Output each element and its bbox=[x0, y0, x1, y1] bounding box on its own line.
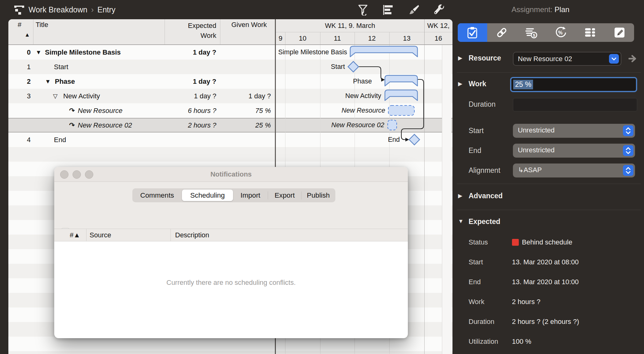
table-row-assignment-selected[interactable]: ↷ New Resource 02 2 hours ? 25 % bbox=[8, 118, 275, 132]
tab-edit-note[interactable] bbox=[605, 23, 634, 42]
row-title[interactable]: New Resource bbox=[78, 103, 122, 118]
expected-work-cell[interactable]: 2 hours ? bbox=[165, 118, 216, 132]
filter-funnel-icon[interactable] bbox=[357, 4, 370, 16]
dialog-titlebar[interactable]: Notifications bbox=[54, 167, 408, 182]
column-divider[interactable] bbox=[220, 19, 220, 44]
tab-comments[interactable]: Comments bbox=[132, 190, 182, 201]
stepper-button[interactable] bbox=[623, 125, 633, 136]
gantt-milestone-diamond[interactable] bbox=[409, 134, 420, 145]
cost-lines-dollar-icon: $ bbox=[525, 26, 538, 39]
table-row-assignment[interactable]: ↷ New Resource 6 hours ? 75 % bbox=[8, 103, 275, 118]
stepper-button[interactable] bbox=[623, 165, 633, 176]
expected-work-cell[interactable]: 6 hours ? bbox=[165, 103, 216, 118]
gantt-week-header: WK 11, 9. March bbox=[276, 19, 424, 32]
alignment-label: Alignment bbox=[469, 166, 500, 175]
table-row[interactable]: 1 Start bbox=[8, 60, 275, 74]
work-input-selected-text: 25 % bbox=[513, 80, 533, 89]
gantt-summary-bar[interactable] bbox=[385, 90, 417, 101]
dropdown-button[interactable] bbox=[609, 54, 619, 64]
work-input[interactable]: 25 % bbox=[510, 77, 637, 92]
gantt-assignment-bar[interactable] bbox=[388, 120, 397, 130]
tab-assignment-info[interactable] bbox=[458, 23, 487, 42]
end-constraint-popup[interactable]: Unrestricted bbox=[513, 144, 635, 158]
disclosure-triangle-icon[interactable]: ▶ bbox=[458, 192, 462, 199]
app-window: { "window": { "breadcrumb": {"root": "Wo… bbox=[0, 0, 644, 354]
notification-category-tabs: Comments Scheduling Import Export Publis… bbox=[132, 188, 335, 202]
expected-end-value: 13. Mar 2020 at 10:00 bbox=[512, 278, 579, 286]
row-title[interactable]: End bbox=[54, 132, 66, 147]
gantt-assignment-bar[interactable] bbox=[388, 105, 414, 115]
breadcrumb-current[interactable]: Entry bbox=[97, 5, 115, 14]
given-work-cell[interactable]: 25 % bbox=[220, 118, 271, 132]
column-divider[interactable] bbox=[165, 19, 165, 44]
row-title[interactable]: New Activity bbox=[63, 89, 100, 103]
gantt-bar-label: New Resource bbox=[342, 103, 385, 118]
stepper-button[interactable] bbox=[623, 145, 633, 156]
column-divider[interactable] bbox=[33, 19, 33, 44]
sort-ascending-icon[interactable]: ▲ bbox=[24, 32, 30, 38]
settings-wrench-icon[interactable] bbox=[433, 4, 446, 16]
row-title[interactable]: Phase bbox=[55, 74, 75, 89]
breadcrumb-root[interactable]: Work Breakdown bbox=[29, 5, 87, 14]
column-header-number[interactable]: #▲ bbox=[54, 229, 80, 241]
table-row[interactable]: 0 ▼ Simple Milestone Basis 1 day ? bbox=[8, 45, 275, 60]
disclosure-triangle-icon[interactable]: ▽ bbox=[53, 89, 58, 103]
column-divider bbox=[86, 229, 86, 241]
start-constraint-popup[interactable]: Unrestricted bbox=[513, 124, 635, 138]
table-row[interactable]: 4 End bbox=[8, 132, 275, 147]
tab-lanes[interactable] bbox=[575, 23, 605, 42]
tab-costs[interactable]: $ bbox=[517, 23, 546, 42]
link-icon bbox=[496, 26, 508, 39]
outline-list-icon[interactable] bbox=[382, 4, 395, 16]
breadcrumb: Work Breakdown›Entry bbox=[29, 0, 116, 19]
expected-work-cell[interactable]: 1 day ? bbox=[165, 45, 216, 60]
gantt-summary-bar[interactable] bbox=[385, 75, 417, 86]
tab-scheduling[interactable]: Scheduling bbox=[182, 190, 233, 201]
disclosure-triangle-icon[interactable]: ▶ bbox=[458, 80, 462, 87]
end-label: End bbox=[469, 146, 481, 155]
tab-publish[interactable]: Publish bbox=[302, 190, 335, 201]
disclosure-triangle-icon[interactable]: ▼ bbox=[36, 45, 42, 60]
gantt-day-header: 11 bbox=[320, 32, 355, 45]
duration-input[interactable] bbox=[513, 98, 637, 111]
pencil-square-icon bbox=[614, 27, 625, 38]
row-title[interactable]: New Resource 02 bbox=[78, 118, 132, 132]
alignment-popup[interactable]: ↳ASAP bbox=[513, 164, 635, 177]
status-color-swatch bbox=[512, 239, 519, 246]
expected-work-cell[interactable]: 1 day ? bbox=[165, 74, 216, 89]
gantt-day-header: 16 bbox=[424, 32, 452, 45]
inspector-panel: Assignment: Plan $ bbox=[454, 0, 644, 354]
tab-import[interactable]: Import bbox=[233, 190, 268, 201]
disclosure-triangle-icon[interactable]: ▼ bbox=[458, 218, 464, 225]
expected-work-cell[interactable]: 1 day ? bbox=[165, 89, 216, 103]
table-row[interactable]: 2 ▼ Phase 1 day ? bbox=[8, 74, 275, 89]
advanced-section-label[interactable]: Advanced bbox=[469, 192, 503, 200]
expected-section-label[interactable]: Expected bbox=[469, 217, 500, 226]
column-header-expected-work[interactable]: Expected Work bbox=[182, 21, 216, 41]
column-header-title[interactable]: Title bbox=[36, 21, 48, 29]
disclosure-triangle-icon[interactable]: ▶ bbox=[458, 55, 462, 61]
gantt-milestone-diamond[interactable] bbox=[348, 61, 359, 72]
dependency-arrow-icon bbox=[381, 78, 385, 82]
column-header-description[interactable]: Description bbox=[175, 229, 209, 241]
format-brush-icon[interactable] bbox=[407, 4, 420, 16]
tab-export[interactable]: Export bbox=[268, 190, 301, 201]
column-header-given-work[interactable]: Given Work bbox=[220, 21, 267, 29]
table-row[interactable]: 3 ▽ New Activity 1 day ? 1 day ? bbox=[8, 89, 275, 103]
tab-utilization[interactable]: % bbox=[546, 23, 575, 42]
day-divider bbox=[389, 32, 390, 44]
row-title[interactable]: Start bbox=[54, 60, 68, 74]
expected-work-label: Work bbox=[469, 298, 484, 306]
given-work-cell[interactable]: 1 day ? bbox=[220, 89, 271, 103]
disclosure-triangle-icon[interactable]: ▼ bbox=[45, 74, 51, 89]
given-work-cell[interactable]: 75 % bbox=[220, 103, 271, 118]
gantt-bar-label: End bbox=[388, 132, 400, 147]
chevron-down-icon bbox=[609, 54, 619, 64]
row-title[interactable]: Simple Milestone Basis bbox=[45, 45, 121, 60]
tab-links[interactable] bbox=[487, 23, 517, 42]
go-to-resource-arrow-icon[interactable] bbox=[629, 55, 638, 63]
resource-dropdown[interactable]: New Resource 02 bbox=[513, 52, 621, 66]
gantt-summary-bar[interactable] bbox=[350, 46, 417, 57]
column-header-source[interactable]: Source bbox=[90, 229, 111, 241]
column-header-number[interactable]: # bbox=[18, 21, 21, 29]
